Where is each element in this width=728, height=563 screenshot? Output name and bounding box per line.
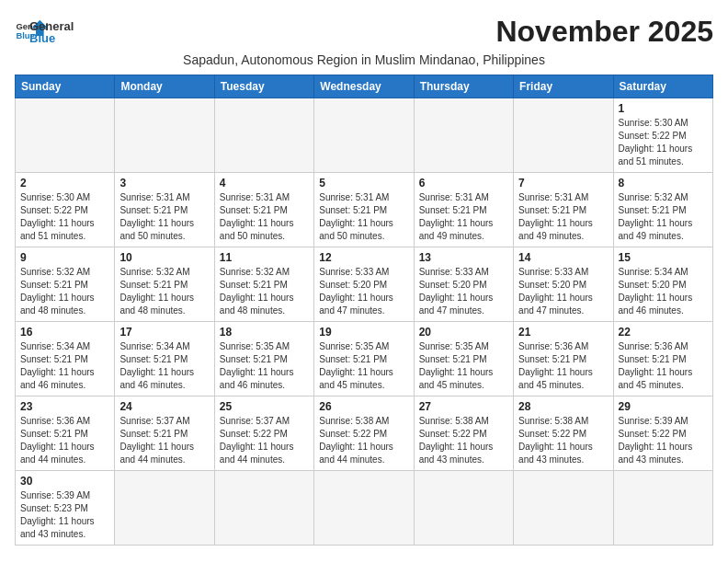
calendar-cell: 23Sunrise: 5:36 AM Sunset: 5:21 PM Dayli… xyxy=(16,396,115,471)
day-info: Sunrise: 5:33 AM Sunset: 5:20 PM Dayligh… xyxy=(319,266,408,317)
day-number: 17 xyxy=(119,326,209,339)
month-title: November 2025 xyxy=(495,15,713,49)
day-info: Sunrise: 5:31 AM Sunset: 5:21 PM Dayligh… xyxy=(220,191,309,243)
calendar-cell: 24Sunrise: 5:37 AM Sunset: 5:21 PM Dayli… xyxy=(115,396,214,471)
header: General Blue General Blue November 2025 xyxy=(15,15,713,49)
day-info: Sunrise: 5:34 AM Sunset: 5:21 PM Dayligh… xyxy=(119,340,209,392)
day-number: 25 xyxy=(220,400,309,413)
day-number: 10 xyxy=(119,251,209,264)
calendar-week-row: 9Sunrise: 5:32 AM Sunset: 5:21 PM Daylig… xyxy=(16,247,713,322)
day-info: Sunrise: 5:38 AM Sunset: 5:22 PM Dayligh… xyxy=(518,415,608,466)
calendar-cell xyxy=(514,98,613,173)
day-number: 11 xyxy=(220,251,309,264)
day-info: Sunrise: 5:31 AM Sunset: 5:21 PM Dayligh… xyxy=(518,191,608,243)
calendar-cell xyxy=(214,471,313,546)
day-number: 4 xyxy=(220,177,309,190)
day-info: Sunrise: 5:31 AM Sunset: 5:21 PM Dayligh… xyxy=(119,191,209,243)
calendar-week-row: 23Sunrise: 5:36 AM Sunset: 5:21 PM Dayli… xyxy=(16,396,713,471)
calendar-cell: 11Sunrise: 5:32 AM Sunset: 5:21 PM Dayli… xyxy=(214,247,313,322)
logo: General Blue General Blue xyxy=(15,15,74,48)
day-info: Sunrise: 5:36 AM Sunset: 5:21 PM Dayligh… xyxy=(20,415,109,466)
calendar-cell: 19Sunrise: 5:35 AM Sunset: 5:21 PM Dayli… xyxy=(314,322,414,396)
calendar-cell xyxy=(314,471,414,546)
day-number: 30 xyxy=(20,475,109,488)
weekday-header-sunday: Sunday xyxy=(16,75,115,98)
day-number: 15 xyxy=(619,251,708,264)
day-number: 24 xyxy=(119,400,209,413)
calendar-cell xyxy=(115,98,214,173)
weekday-header-thursday: Thursday xyxy=(414,75,513,98)
calendar-cell: 26Sunrise: 5:38 AM Sunset: 5:22 PM Dayli… xyxy=(314,396,414,471)
calendar-cell: 5Sunrise: 5:31 AM Sunset: 5:21 PM Daylig… xyxy=(314,173,414,247)
calendar-cell: 18Sunrise: 5:35 AM Sunset: 5:21 PM Dayli… xyxy=(214,322,313,396)
day-info: Sunrise: 5:37 AM Sunset: 5:22 PM Dayligh… xyxy=(220,415,309,466)
calendar-cell: 28Sunrise: 5:38 AM Sunset: 5:22 PM Dayli… xyxy=(514,396,613,471)
calendar-cell: 21Sunrise: 5:36 AM Sunset: 5:21 PM Dayli… xyxy=(514,322,613,396)
day-number: 6 xyxy=(419,177,508,190)
calendar-cell: 22Sunrise: 5:36 AM Sunset: 5:21 PM Dayli… xyxy=(613,322,712,396)
weekday-header-wednesday: Wednesday xyxy=(314,75,414,98)
day-number: 23 xyxy=(20,400,109,413)
day-number: 3 xyxy=(119,177,209,190)
calendar-cell: 14Sunrise: 5:33 AM Sunset: 5:20 PM Dayli… xyxy=(514,247,613,322)
day-number: 27 xyxy=(419,400,508,413)
calendar-cell xyxy=(115,471,214,546)
calendar-cell: 16Sunrise: 5:34 AM Sunset: 5:21 PM Dayli… xyxy=(16,322,115,396)
calendar-cell: 2Sunrise: 5:30 AM Sunset: 5:22 PM Daylig… xyxy=(16,173,115,247)
day-info: Sunrise: 5:33 AM Sunset: 5:20 PM Dayligh… xyxy=(518,266,608,317)
day-info: Sunrise: 5:37 AM Sunset: 5:21 PM Dayligh… xyxy=(119,415,209,466)
calendar-cell xyxy=(314,98,414,173)
day-number: 13 xyxy=(419,251,508,264)
day-info: Sunrise: 5:35 AM Sunset: 5:21 PM Dayligh… xyxy=(319,340,408,392)
day-info: Sunrise: 5:39 AM Sunset: 5:23 PM Dayligh… xyxy=(20,489,109,541)
calendar-cell: 10Sunrise: 5:32 AM Sunset: 5:21 PM Dayli… xyxy=(115,247,214,322)
day-info: Sunrise: 5:36 AM Sunset: 5:21 PM Dayligh… xyxy=(619,340,708,392)
day-info: Sunrise: 5:32 AM Sunset: 5:21 PM Dayligh… xyxy=(619,191,708,243)
day-number: 7 xyxy=(518,177,608,190)
calendar-week-row: 16Sunrise: 5:34 AM Sunset: 5:21 PM Dayli… xyxy=(16,322,713,396)
day-info: Sunrise: 5:38 AM Sunset: 5:22 PM Dayligh… xyxy=(419,415,508,466)
calendar-cell: 30Sunrise: 5:39 AM Sunset: 5:23 PM Dayli… xyxy=(16,471,115,546)
day-info: Sunrise: 5:34 AM Sunset: 5:20 PM Dayligh… xyxy=(619,266,708,317)
calendar-cell: 20Sunrise: 5:35 AM Sunset: 5:21 PM Dayli… xyxy=(414,322,513,396)
weekday-header-monday: Monday xyxy=(115,75,214,98)
calendar-cell: 4Sunrise: 5:31 AM Sunset: 5:21 PM Daylig… xyxy=(214,173,313,247)
day-info: Sunrise: 5:38 AM Sunset: 5:22 PM Dayligh… xyxy=(319,415,408,466)
calendar-cell: 12Sunrise: 5:33 AM Sunset: 5:20 PM Dayli… xyxy=(314,247,414,322)
day-number: 16 xyxy=(20,326,109,339)
day-info: Sunrise: 5:34 AM Sunset: 5:21 PM Dayligh… xyxy=(20,340,109,392)
day-number: 14 xyxy=(518,251,608,264)
calendar-cell: 9Sunrise: 5:32 AM Sunset: 5:21 PM Daylig… xyxy=(16,247,115,322)
day-number: 5 xyxy=(319,177,408,190)
day-info: Sunrise: 5:39 AM Sunset: 5:22 PM Dayligh… xyxy=(619,415,708,466)
day-info: Sunrise: 5:30 AM Sunset: 5:22 PM Dayligh… xyxy=(619,117,708,168)
day-info: Sunrise: 5:31 AM Sunset: 5:21 PM Dayligh… xyxy=(419,191,508,243)
calendar-cell xyxy=(613,471,712,546)
calendar-week-row: 2Sunrise: 5:30 AM Sunset: 5:22 PM Daylig… xyxy=(16,173,713,247)
subtitle: Sapadun, Autonomous Region in Muslim Min… xyxy=(15,52,713,67)
day-info: Sunrise: 5:32 AM Sunset: 5:21 PM Dayligh… xyxy=(119,266,209,317)
day-info: Sunrise: 5:30 AM Sunset: 5:22 PM Dayligh… xyxy=(20,191,109,243)
day-number: 8 xyxy=(619,177,708,190)
day-info: Sunrise: 5:33 AM Sunset: 5:20 PM Dayligh… xyxy=(419,266,508,317)
day-info: Sunrise: 5:32 AM Sunset: 5:21 PM Dayligh… xyxy=(20,266,109,317)
day-number: 21 xyxy=(518,326,608,339)
calendar-cell: 8Sunrise: 5:32 AM Sunset: 5:21 PM Daylig… xyxy=(613,173,712,247)
day-number: 9 xyxy=(20,251,109,264)
calendar-cell xyxy=(414,471,513,546)
calendar-cell: 29Sunrise: 5:39 AM Sunset: 5:22 PM Dayli… xyxy=(613,396,712,471)
calendar-week-row: 30Sunrise: 5:39 AM Sunset: 5:23 PM Dayli… xyxy=(16,471,713,546)
calendar-cell xyxy=(214,98,313,173)
calendar-cell: 15Sunrise: 5:34 AM Sunset: 5:20 PM Dayli… xyxy=(613,247,712,322)
calendar-week-row: 1Sunrise: 5:30 AM Sunset: 5:22 PM Daylig… xyxy=(16,98,713,173)
day-number: 12 xyxy=(319,251,408,264)
day-number: 20 xyxy=(419,326,508,339)
calendar-cell xyxy=(414,98,513,173)
calendar-cell xyxy=(16,98,115,173)
calendar-cell: 6Sunrise: 5:31 AM Sunset: 5:21 PM Daylig… xyxy=(414,173,513,247)
day-number: 1 xyxy=(619,102,708,115)
calendar-table: SundayMondayTuesdayWednesdayThursdayFrid… xyxy=(15,75,713,546)
day-number: 22 xyxy=(619,326,708,339)
calendar-cell: 13Sunrise: 5:33 AM Sunset: 5:20 PM Dayli… xyxy=(414,247,513,322)
calendar-cell xyxy=(514,471,613,546)
